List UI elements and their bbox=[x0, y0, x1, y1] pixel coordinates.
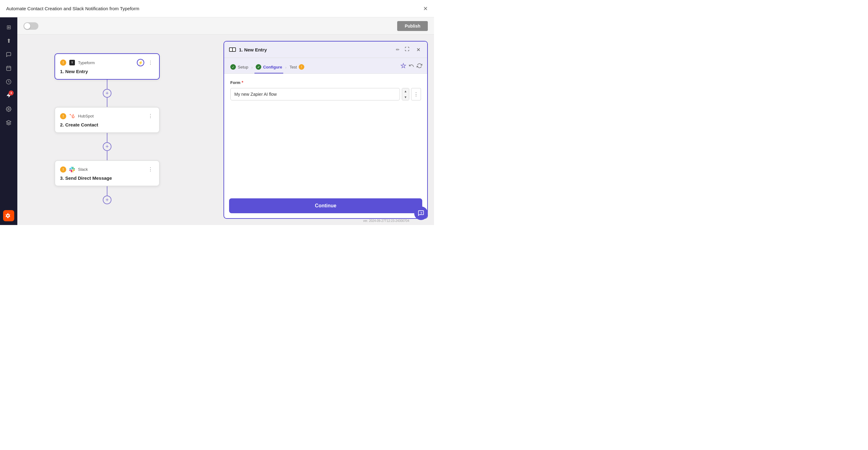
workflow-container: ! T Typeform ⚡ ⋮ 1. New Entry + bbox=[55, 53, 160, 204]
connector-line-2b bbox=[107, 151, 107, 160]
tab-setup[interactable]: ✓ Setup bbox=[229, 62, 249, 74]
sidebar-item-settings[interactable] bbox=[2, 103, 15, 115]
node-1-menu-button[interactable]: ⋮ bbox=[147, 59, 154, 66]
connector-3: + bbox=[103, 186, 112, 204]
connector-2: + bbox=[103, 133, 112, 160]
required-indicator: * bbox=[242, 80, 243, 85]
window-title: Automate Contact Creation and Slack Noti… bbox=[6, 6, 139, 11]
connector-line-2 bbox=[107, 133, 107, 142]
svg-rect-0 bbox=[6, 66, 11, 71]
panel-edit-icon[interactable]: ✏ bbox=[396, 47, 400, 52]
node-2-title: 2. Create Contact bbox=[60, 122, 154, 128]
panel-tools bbox=[401, 63, 422, 73]
refresh-tool-button[interactable] bbox=[417, 63, 422, 70]
automation-toggle[interactable] bbox=[24, 22, 38, 30]
sidebar-item-calendar[interactable] bbox=[2, 62, 15, 74]
sidebar: ⊞ ⬆ 3 bbox=[0, 17, 17, 225]
add-step-button-1[interactable]: + bbox=[103, 89, 112, 97]
zap-badge: 3 bbox=[9, 90, 13, 95]
continue-button[interactable]: Continue bbox=[229, 198, 422, 213]
slack-icon bbox=[69, 166, 75, 173]
top-bar: Publish bbox=[17, 17, 434, 35]
add-step-button-3[interactable]: + bbox=[103, 196, 112, 204]
version-info: ver. 2024-09-27T12:23-24300704 bbox=[363, 219, 409, 223]
sidebar-item-history[interactable] bbox=[2, 76, 15, 88]
panel-body: Form * My new Zapier AI flow ▲ ▼ ⋮ bbox=[224, 74, 427, 198]
node-1-app-name: Typeform bbox=[78, 60, 134, 65]
form-more-options-button[interactable]: ⋮ bbox=[411, 88, 421, 101]
panel-fullscreen-button[interactable] bbox=[403, 46, 411, 53]
test-warning-icon: ! bbox=[299, 64, 304, 70]
form-select[interactable]: My new Zapier AI flow bbox=[230, 88, 400, 101]
node-2-app-name: HubSpot bbox=[78, 114, 144, 118]
node-1-header: ! T Typeform ⚡ ⋮ bbox=[60, 59, 154, 66]
tab-test-label: Test bbox=[289, 65, 297, 69]
form-spinners: ▲ ▼ bbox=[402, 88, 409, 101]
canvas-area: ! T Typeform ⚡ ⋮ 1. New Entry + bbox=[17, 35, 434, 225]
tab-configure[interactable]: ✓ Configure bbox=[254, 62, 283, 74]
node-2-warning-icon: ! bbox=[60, 113, 66, 119]
sidebar-item-grid[interactable]: ⊞ bbox=[2, 21, 15, 33]
undo-tool-button[interactable] bbox=[409, 63, 414, 70]
spinner-up-button[interactable]: ▲ bbox=[402, 88, 409, 94]
panel-close-button[interactable]: ✕ bbox=[414, 46, 422, 53]
configure-check-icon: ✓ bbox=[256, 64, 261, 70]
node-2-header: ! HubSpot ⋮ bbox=[60, 113, 154, 120]
tab-configure-label: Configure bbox=[263, 65, 282, 69]
typeform-icon: T bbox=[69, 59, 75, 66]
tab-setup-label: Setup bbox=[238, 65, 248, 69]
workflow-node-2[interactable]: ! HubSpot ⋮ 2. Create Contact bbox=[55, 107, 160, 133]
node-3-warning-icon: ! bbox=[60, 166, 66, 173]
setup-check-icon: ✓ bbox=[230, 64, 236, 70]
tab-chevron-2: › bbox=[285, 65, 286, 70]
sidebar-item-upload[interactable]: ⬆ bbox=[2, 35, 15, 47]
node-1-warning-icon: ! bbox=[60, 59, 66, 66]
workflow-node-3[interactable]: ! Slack ⋮ 3. Send Direct Message bbox=[55, 160, 160, 186]
window-close-button[interactable]: ✕ bbox=[423, 6, 428, 11]
main-layout: ⊞ ⬆ 3 Publish bbox=[0, 17, 434, 225]
svg-point-6 bbox=[8, 109, 9, 110]
connector-1: + bbox=[103, 80, 112, 107]
zapier-logo-icon[interactable] bbox=[3, 210, 14, 221]
node-1-bolt-icon: ⚡ bbox=[137, 59, 144, 66]
title-bar: Automate Contact Creation and Slack Noti… bbox=[0, 0, 434, 17]
node-3-app-name: Slack bbox=[78, 167, 144, 172]
panel-app-icon bbox=[229, 48, 236, 52]
spinner-down-button[interactable]: ▼ bbox=[402, 94, 409, 100]
connector-line-3 bbox=[107, 186, 107, 196]
tab-chevron-1: › bbox=[251, 65, 253, 70]
sidebar-item-zap[interactable]: 3 bbox=[2, 89, 15, 102]
svg-marker-7 bbox=[6, 120, 11, 123]
sidebar-item-chat[interactable] bbox=[2, 48, 15, 61]
node-2-menu-button[interactable]: ⋮ bbox=[147, 113, 154, 120]
node-3-header: ! Slack ⋮ bbox=[60, 166, 154, 173]
tab-test[interactable]: Test ! bbox=[288, 62, 306, 74]
node-1-title: 1. New Entry bbox=[60, 69, 154, 74]
help-button[interactable] bbox=[414, 206, 428, 220]
workflow-node-1[interactable]: ! T Typeform ⚡ ⋮ 1. New Entry bbox=[55, 53, 160, 80]
node-3-title: 3. Send Direct Message bbox=[60, 175, 154, 181]
configure-panel: 1. New Entry ✏ ✕ ✓ Setup › ✓ bbox=[223, 41, 428, 219]
connector-line-1 bbox=[107, 80, 107, 89]
sidebar-item-layers[interactable] bbox=[2, 116, 15, 129]
form-field-label: Form * bbox=[230, 80, 421, 85]
add-step-button-2[interactable]: + bbox=[103, 142, 112, 151]
node-3-menu-button[interactable]: ⋮ bbox=[147, 166, 154, 173]
publish-button[interactable]: Publish bbox=[397, 21, 428, 31]
form-select-row: My new Zapier AI flow ▲ ▼ ⋮ bbox=[230, 88, 421, 101]
connector-line-1b bbox=[107, 97, 107, 107]
panel-header: 1. New Entry ✏ ✕ bbox=[224, 41, 427, 58]
hubspot-icon bbox=[69, 113, 75, 120]
panel-title: 1. New Entry bbox=[239, 47, 393, 52]
step-tabs: ✓ Setup › ✓ Configure › Test ! bbox=[224, 58, 427, 74]
sparkle-tool-button[interactable] bbox=[401, 63, 406, 70]
